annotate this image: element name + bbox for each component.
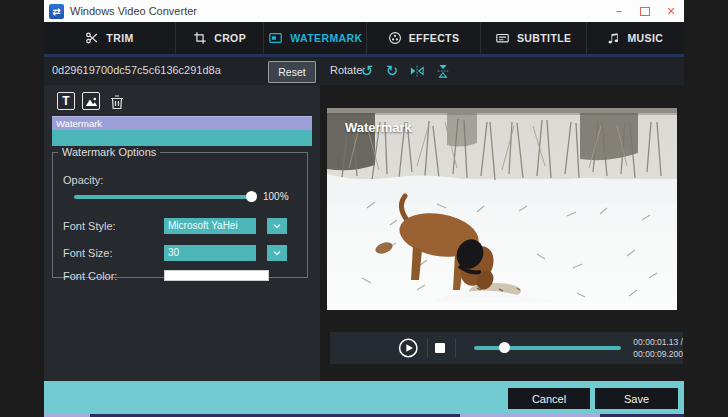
font-size-label: Font Size: (63, 247, 113, 259)
chevron-down-icon (272, 222, 282, 230)
rotate-ccw-icon[interactable]: ↺ (356, 60, 378, 82)
font-style-label: Font Style: (63, 220, 116, 232)
reset-button[interactable]: Reset (268, 61, 316, 83)
elapsed-time: 00:00:01.13 / (633, 336, 683, 348)
close-button[interactable]: ✕ (658, 0, 684, 22)
file-toolbar: 0d29619700dc57c5c6136c291d8a Reset Rotat… (44, 57, 684, 85)
minimize-button[interactable]: – (606, 0, 632, 22)
trash-icon (110, 94, 124, 110)
tab-bar: TRIM CROP WATERMARK (44, 22, 684, 57)
music-icon (607, 31, 620, 45)
opacity-slider-thumb[interactable] (246, 191, 257, 202)
scissors-icon (85, 31, 99, 45)
font-style-dropdown-arrow[interactable] (267, 218, 287, 234)
tab-trim[interactable]: TRIM (44, 22, 176, 54)
font-style-select[interactable]: Microsoft YaHei (164, 218, 256, 234)
image-icon (85, 96, 98, 107)
opacity-slider[interactable] (74, 195, 255, 199)
watermark-list: Watermark (52, 116, 312, 146)
seek-slider[interactable] (474, 346, 622, 350)
app-window: ⇄ Windows Video Converter – ✕ TRIM (44, 0, 684, 417)
tab-crop[interactable]: CROP (176, 22, 264, 54)
font-size-select[interactable]: 30 (164, 245, 256, 261)
watermark-options-legend: Watermark Options (58, 146, 160, 158)
flip-horizontal-icon[interactable] (406, 60, 428, 82)
opacity-label: Opacity: (63, 174, 103, 186)
subtitle-icon (495, 31, 510, 45)
watermark-overlay-text[interactable]: Watermark (345, 120, 412, 135)
tab-watermark[interactable]: WATERMARK (264, 22, 367, 54)
maximize-icon (640, 7, 650, 16)
rotate-cw-icon[interactable]: ↻ (381, 60, 403, 82)
watermark-panel: T Watermark Watermark Options Opaci (44, 85, 320, 381)
divider (427, 339, 428, 357)
video-frame (327, 108, 677, 310)
file-name: 0d29619700dc57c5c6136c291d8a (52, 64, 264, 76)
desktop-background: ⇄ Windows Video Converter – ✕ TRIM (0, 0, 728, 417)
video-preview: Watermark (327, 108, 677, 310)
opacity-value: 100% (263, 191, 289, 202)
window-controls: – ✕ (606, 0, 684, 22)
tab-music[interactable]: MUSIC (587, 22, 684, 54)
font-size-dropdown-arrow[interactable] (267, 245, 287, 261)
divider (455, 339, 456, 357)
font-color-label: Font Color: (63, 270, 117, 282)
watermark-options-group: Watermark Options Opacity: 100% Font Sty… (52, 146, 308, 278)
playback-bar: 00:00:01.13 / 00:00:09.200 (330, 332, 683, 364)
watermark-icon (268, 31, 283, 45)
cancel-button[interactable]: Cancel (508, 388, 590, 409)
footer-bar: Cancel Save (44, 381, 684, 414)
play-button[interactable] (398, 337, 419, 359)
title-bar: ⇄ Windows Video Converter – ✕ (44, 0, 684, 22)
preview-area: Watermark 00:00:01.13 / 00:00:09.200 (320, 85, 684, 381)
add-text-watermark-button[interactable]: T (57, 92, 75, 110)
effects-icon (388, 31, 402, 45)
watermark-list-item[interactable]: Watermark (52, 117, 312, 130)
flip-vertical-icon[interactable] (432, 60, 454, 82)
time-display: 00:00:01.13 / 00:00:09.200 (633, 336, 683, 361)
add-image-watermark-button[interactable] (82, 92, 100, 110)
delete-watermark-button[interactable] (107, 92, 127, 112)
crop-icon (193, 31, 207, 45)
window-title: Windows Video Converter (70, 5, 197, 17)
app-icon: ⇄ (49, 4, 64, 19)
font-color-swatch[interactable] (164, 270, 269, 281)
maximize-button[interactable] (632, 0, 658, 22)
total-time: 00:00:09.200 (633, 348, 683, 360)
tab-effects[interactable]: EFFECTS (367, 22, 480, 54)
chevron-down-icon (272, 249, 282, 257)
tab-subtitle[interactable]: SUBTITLE (481, 22, 587, 54)
save-button[interactable]: Save (595, 388, 678, 409)
stop-button[interactable] (435, 343, 444, 353)
seek-slider-thumb[interactable] (499, 342, 510, 353)
